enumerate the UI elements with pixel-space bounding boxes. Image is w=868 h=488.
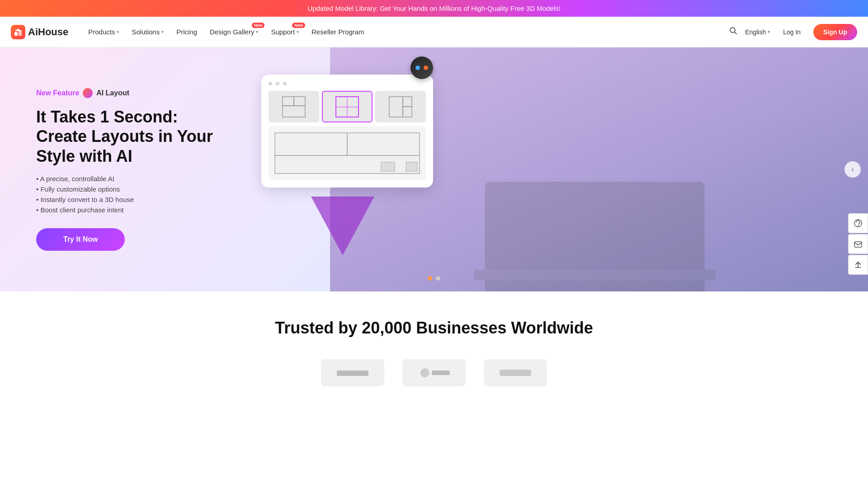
nav-label-products: Products: [88, 28, 115, 36]
search-icon[interactable]: [729, 26, 738, 38]
top-banner[interactable]: Updated Model Library: Get Your Hands on…: [0, 0, 868, 17]
try-it-now-button[interactable]: Try It Now: [36, 228, 125, 251]
floor-plan-main: [269, 126, 426, 180]
nav-label-pricing: Pricing: [176, 28, 197, 36]
hero-content: New Feature AI Layout It Takes 1 Second:…: [0, 61, 253, 278]
svg-rect-25: [500, 370, 531, 376]
ai-layout-label: AI Layout: [96, 89, 129, 97]
carousel-dots: [428, 276, 440, 281]
svg-rect-28: [854, 242, 862, 247]
brand-logo-3: [484, 359, 547, 386]
card-dot: [276, 82, 279, 85]
svg-rect-8: [294, 97, 305, 106]
support-side-button[interactable]: [848, 213, 868, 233]
svg-rect-15: [403, 107, 412, 117]
language-label: English: [745, 28, 766, 36]
chevron-down-icon: ▾: [256, 29, 258, 34]
svg-rect-0: [14, 32, 18, 36]
hero-bullets: • A precise, controllable AI • Fully cus…: [36, 175, 217, 214]
triangle-decoration: [311, 197, 374, 255]
nav-label-reseller: Reseller Program: [311, 28, 364, 36]
scroll-to-top-button[interactable]: [848, 255, 868, 275]
svg-rect-21: [406, 162, 417, 171]
chevron-down-icon: ▾: [297, 29, 299, 34]
chevron-down-icon: ▾: [768, 29, 770, 35]
logo-icon: [11, 25, 25, 39]
language-selector[interactable]: English ▾: [745, 28, 770, 36]
signup-button[interactable]: Sign Up: [813, 24, 857, 40]
brand-logo-2: [402, 359, 466, 386]
svg-rect-22: [337, 371, 368, 376]
svg-rect-9: [283, 106, 305, 117]
mail-side-button[interactable]: [848, 234, 868, 254]
svg-line-4: [735, 32, 737, 34]
login-button[interactable]: Log In: [778, 26, 806, 38]
floor-plan-grid: [269, 91, 426, 122]
trusted-title: Trusted by 20,000 Businesses Worldwide: [36, 319, 832, 338]
nav-right: English ▾ Log In Sign Up: [729, 24, 857, 40]
ai-icon: [83, 88, 93, 98]
svg-rect-20: [381, 162, 395, 171]
floor-plan-thumb: [375, 91, 426, 122]
chevron-down-icon: ▾: [117, 29, 119, 34]
nav-item-reseller[interactable]: Reseller Program: [306, 24, 370, 39]
nav-item-design-gallery[interactable]: New Design Gallery ▾: [204, 24, 264, 39]
hero-bullet-3: • Instantly convert to a 3D house: [36, 196, 217, 203]
hero-bullet-2: • Fully customizable options: [36, 185, 217, 193]
carousel-dot-2[interactable]: [436, 276, 440, 281]
nav-item-products[interactable]: Products ▾: [83, 24, 124, 39]
svg-rect-6: [474, 269, 716, 280]
side-buttons: [848, 213, 868, 275]
chevron-down-icon: ▾: [161, 29, 164, 34]
badge-new-support: New: [292, 23, 305, 28]
nav-item-support[interactable]: New Support ▾: [265, 24, 304, 39]
next-slide-arrow[interactable]: ›: [844, 161, 861, 178]
nav-label-support: Support: [271, 28, 295, 36]
nav-links: Products ▾ Solutions ▾ Pricing New Desig…: [83, 24, 729, 39]
svg-rect-13: [389, 97, 403, 117]
nav-label-design-gallery: Design Gallery: [210, 28, 254, 36]
svg-rect-7: [283, 97, 294, 106]
hero-bullet-4: • Boost client purchase intent: [36, 206, 217, 214]
svg-point-27: [858, 225, 859, 226]
nav-item-solutions[interactable]: Solutions ▾: [126, 24, 169, 39]
floating-ui-card: [261, 75, 433, 188]
card-header: [269, 82, 426, 85]
navbar: AiHouse Products ▾ Solutions ▾ Pricing N…: [0, 17, 868, 47]
new-feature-label: New Feature: [36, 89, 79, 97]
hero-bullet-1: • A precise, controllable AI: [36, 175, 217, 183]
card-dot: [269, 82, 272, 85]
robot-eye-orange: [424, 66, 428, 70]
banner-text: Updated Model Library: Get Your Hands on…: [307, 5, 560, 12]
svg-marker-2: [14, 28, 22, 31]
hero-title: It Takes 1 Second: Create Layouts in You…: [36, 107, 217, 166]
robot-mascot: [410, 56, 433, 79]
trusted-section: Trusted by 20,000 Businesses Worldwide: [0, 291, 868, 404]
svg-point-23: [420, 368, 429, 377]
hero-section: New Feature AI Layout It Takes 1 Second:…: [0, 47, 868, 291]
feature-tag: New Feature AI Layout: [36, 88, 217, 98]
badge-new-design-gallery: New: [252, 23, 265, 28]
trusted-logos: [36, 359, 832, 386]
floor-plan-thumb: [269, 91, 319, 122]
nav-item-pricing[interactable]: Pricing: [171, 24, 203, 39]
robot-eyes: [415, 66, 428, 70]
logo-text: AiHouse: [28, 26, 68, 38]
card-dot: [283, 82, 287, 85]
brand-logo-1: [321, 359, 384, 386]
robot-eye-blue: [415, 66, 420, 70]
nav-label-solutions: Solutions: [132, 28, 160, 36]
svg-rect-24: [432, 371, 450, 375]
svg-rect-14: [403, 97, 412, 107]
floor-plan-thumb: [322, 91, 373, 122]
carousel-dot-1[interactable]: [428, 276, 432, 281]
logo[interactable]: AiHouse: [11, 25, 68, 39]
